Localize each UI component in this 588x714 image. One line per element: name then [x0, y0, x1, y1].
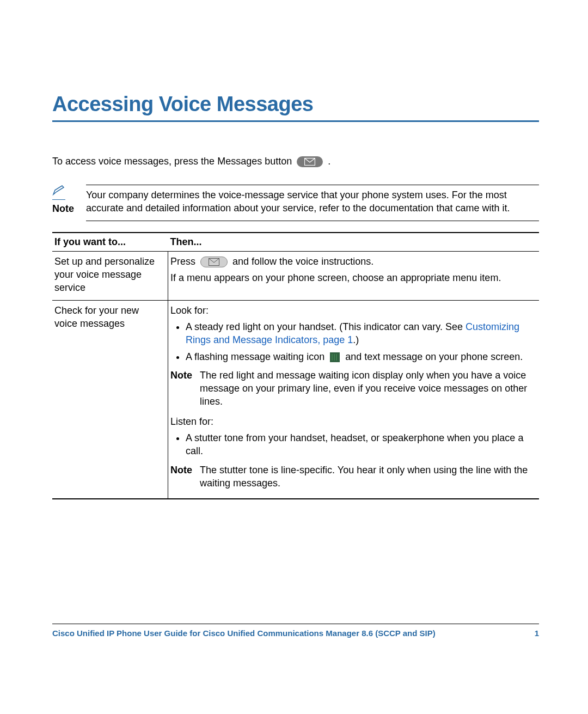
title-rule: [52, 120, 539, 122]
list-item: A steady red light on your handset. (Thi…: [186, 320, 535, 347]
inline-note: Note The red light and message waiting i…: [170, 369, 535, 408]
note-body: Your company determines the voice-messag…: [86, 185, 539, 221]
row2-action: Look for: A steady red light on your han…: [168, 300, 540, 499]
page-title: Accessing Voice Messages: [52, 93, 539, 116]
press-prefix: Press: [170, 256, 198, 267]
page-footer: Cisco Unified IP Phone User Guide for Ci…: [52, 624, 539, 638]
listen-for-header: Listen for:: [170, 415, 535, 428]
intro-text: To access voice messages, press the Mess…: [52, 155, 539, 168]
row1-line2: If a menu appears on your phone screen, …: [170, 272, 501, 283]
bullet2-prefix: A flashing message waiting icon: [186, 351, 327, 362]
intro-suffix: .: [328, 156, 330, 167]
note-body: The stutter tone is line-specific. You h…: [200, 463, 535, 490]
note-label: Note: [52, 203, 74, 214]
table-row: Check for your new voice messages Look f…: [52, 300, 539, 499]
bullet1-suffix: .): [353, 334, 359, 345]
note-pencil-icon: [52, 185, 65, 200]
press-suffix: and follow the voice instructions.: [232, 256, 373, 267]
look-for-header: Look for:: [170, 304, 535, 317]
inline-note: Note The stutter tone is line-specific. …: [170, 463, 535, 490]
table-header-right: Then...: [168, 233, 540, 252]
note-block: Note Your company determines the voice-m…: [52, 185, 539, 221]
list-item: A flashing message waiting icon and text…: [186, 350, 535, 363]
note-label: Note: [170, 369, 200, 408]
instructions-table: If you want to... Then... Set up and per…: [52, 232, 539, 499]
row1-action: Press and follow the voice instructions.…: [168, 251, 540, 300]
row2-task: Check for your new voice messages: [52, 300, 168, 499]
list-item: A stutter tone from your handset, headse…: [186, 431, 535, 458]
bullet2-suffix: and text message on your phone screen.: [342, 351, 523, 362]
note-label: Note: [170, 463, 200, 490]
note-body: The red light and message waiting icon d…: [200, 369, 535, 408]
intro-prefix: To access voice messages, press the Mess…: [52, 156, 295, 167]
table-row: Set up and personalize your voice messag…: [52, 251, 539, 300]
message-waiting-icon: [330, 352, 340, 362]
messages-button-icon: [200, 257, 228, 267]
messages-button-icon: [297, 156, 323, 167]
row1-task: Set up and personalize your voice messag…: [52, 251, 168, 300]
bullet1-prefix: A steady red light on your handset. (Thi…: [186, 321, 465, 332]
table-header-left: If you want to...: [52, 233, 168, 252]
footer-title: Cisco Unified IP Phone User Guide for Ci…: [52, 628, 436, 638]
footer-page-number: 1: [535, 628, 539, 638]
